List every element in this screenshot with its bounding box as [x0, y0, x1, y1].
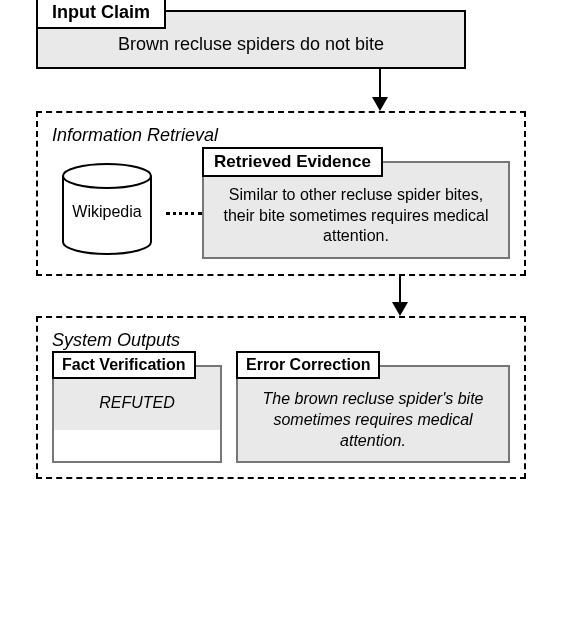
arrow-ir-to-out — [272, 276, 528, 316]
fact-verification-block: Fact Verification REFUTED — [52, 365, 222, 463]
evidence-title: Retrieved Evidence — [202, 147, 383, 177]
arrow-input-to-ir — [232, 69, 528, 111]
error-correction-block: Error Correction The brown recluse spide… — [236, 365, 510, 463]
input-claim-title: Input Claim — [36, 0, 166, 29]
fv-title: Fact Verification — [52, 351, 196, 379]
database-label: Wikipedia — [72, 203, 141, 221]
svg-point-0 — [63, 164, 151, 188]
ir-title: Information Retrieval — [52, 125, 510, 146]
ec-title: Error Correction — [236, 351, 380, 379]
dotted-connector — [166, 212, 202, 215]
database-icon: Wikipedia — [52, 160, 162, 260]
system-outputs-block: System Outputs Fact Verification REFUTED… — [36, 316, 526, 479]
outputs-title: System Outputs — [52, 330, 510, 351]
input-claim-block: Input Claim Brown recluse spiders do not… — [36, 10, 466, 69]
ec-value: The brown recluse spider's bite sometime… — [238, 367, 508, 461]
retrieved-evidence-block: Retrieved Evidence Similar to other recl… — [202, 161, 510, 259]
information-retrieval-block: Information Retrieval Wikipedia Retrieve… — [36, 111, 526, 276]
evidence-text: Similar to other recluse spider bites, t… — [204, 163, 508, 257]
